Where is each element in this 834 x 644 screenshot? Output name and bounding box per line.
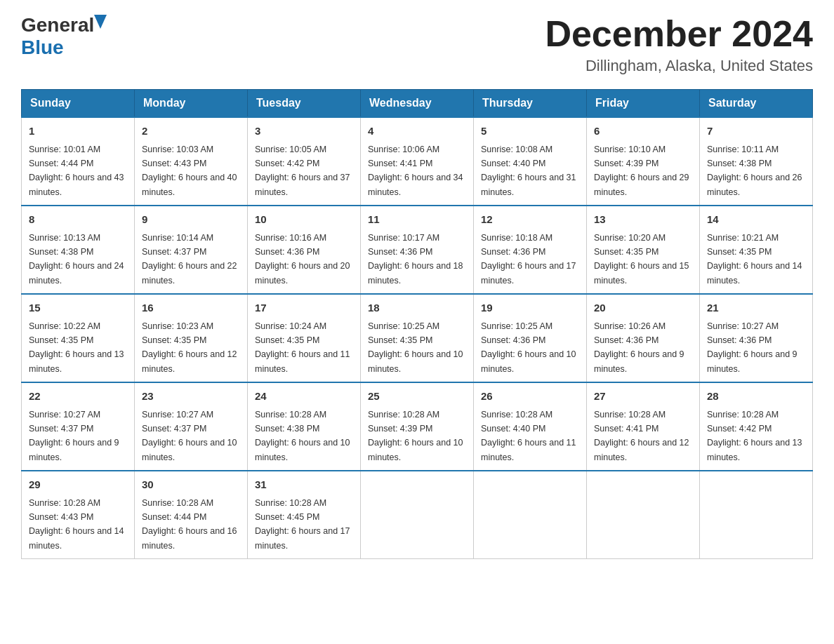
day-number: 12 [481,212,579,228]
day-number: 4 [368,123,466,140]
day-number: 30 [142,477,240,493]
calendar-cell: 19 Sunrise: 10:25 AMSunset: 4:36 PMDayli… [474,294,587,382]
calendar-cell: 12 Sunrise: 10:18 AMSunset: 4:36 PMDayli… [474,206,587,294]
column-header-monday: Monday [135,90,248,118]
logo: General Blue [21,14,107,59]
day-info: Sunrise: 10:01 AMSunset: 4:44 PMDaylight… [29,145,124,197]
day-info: Sunrise: 10:24 AMSunset: 4:35 PMDaylight… [255,321,350,374]
day-info: Sunrise: 10:16 AMSunset: 4:36 PMDaylight… [255,233,350,286]
column-header-tuesday: Tuesday [248,90,361,118]
day-number: 5 [481,123,579,140]
calendar-cell: 25 Sunrise: 10:28 AMSunset: 4:39 PMDayli… [361,382,474,471]
day-number: 17 [255,300,353,316]
title-section: December 2024 Dillingham, Alaska, United… [545,14,813,75]
day-number: 27 [594,389,692,405]
svg-marker-0 [94,15,107,29]
calendar-cell: 6 Sunrise: 10:10 AMSunset: 4:39 PMDaylig… [587,117,700,206]
day-number: 10 [255,212,353,228]
day-number: 20 [594,300,692,316]
day-info: Sunrise: 10:28 AMSunset: 4:45 PMDaylight… [255,498,350,551]
calendar-cell: 30 Sunrise: 10:28 AMSunset: 4:44 PMDayli… [135,471,248,559]
day-info: Sunrise: 10:28 AMSunset: 4:41 PMDaylight… [594,410,689,462]
day-number: 23 [142,389,240,405]
calendar-cell: 7 Sunrise: 10:11 AMSunset: 4:38 PMDaylig… [700,117,813,206]
day-number: 13 [594,212,692,228]
day-number: 19 [481,300,579,316]
month-year-title: December 2024 [545,14,813,54]
calendar-cell: 22 Sunrise: 10:27 AMSunset: 4:37 PMDayli… [22,382,135,471]
day-number: 18 [368,300,466,316]
calendar-cell: 15 Sunrise: 10:22 AMSunset: 4:35 PMDayli… [22,294,135,382]
day-info: Sunrise: 10:03 AMSunset: 4:43 PMDaylight… [142,145,237,197]
calendar-cell [361,471,474,559]
logo-blue-text: Blue [21,36,64,59]
day-info: Sunrise: 10:25 AMSunset: 4:36 PMDaylight… [481,321,576,374]
day-info: Sunrise: 10:27 AMSunset: 4:37 PMDaylight… [142,410,237,462]
day-info: Sunrise: 10:28 AMSunset: 4:44 PMDaylight… [142,498,237,551]
calendar-cell: 16 Sunrise: 10:23 AMSunset: 4:35 PMDayli… [135,294,248,382]
day-info: Sunrise: 10:28 AMSunset: 4:42 PMDaylight… [707,410,802,462]
day-info: Sunrise: 10:05 AMSunset: 4:42 PMDaylight… [255,145,350,197]
day-info: Sunrise: 10:28 AMSunset: 4:39 PMDaylight… [368,410,463,462]
day-info: Sunrise: 10:14 AMSunset: 4:37 PMDaylight… [142,233,237,286]
day-number: 2 [142,123,240,140]
day-info: Sunrise: 10:21 AMSunset: 4:35 PMDaylight… [707,233,802,286]
day-number: 25 [368,389,466,405]
column-header-thursday: Thursday [474,90,587,118]
day-number: 9 [142,212,240,228]
calendar-cell: 27 Sunrise: 10:28 AMSunset: 4:41 PMDayli… [587,382,700,471]
day-number: 8 [29,212,127,228]
calendar-cell: 4 Sunrise: 10:06 AMSunset: 4:41 PMDaylig… [361,117,474,206]
logo-arrow-icon [94,15,107,33]
day-info: Sunrise: 10:28 AMSunset: 4:40 PMDaylight… [481,410,576,462]
day-info: Sunrise: 10:17 AMSunset: 4:36 PMDaylight… [368,233,463,286]
calendar-cell: 31 Sunrise: 10:28 AMSunset: 4:45 PMDayli… [248,471,361,559]
day-info: Sunrise: 10:28 AMSunset: 4:38 PMDaylight… [255,410,350,462]
day-number: 1 [29,123,127,140]
location-subtitle: Dillingham, Alaska, United States [545,57,813,75]
logo-general-text: General [21,14,94,36]
column-header-sunday: Sunday [22,90,135,118]
page-header: General Blue December 2024 Dillingham, A… [21,14,813,75]
column-header-saturday: Saturday [700,90,813,118]
column-header-friday: Friday [587,90,700,118]
day-info: Sunrise: 10:20 AMSunset: 4:35 PMDaylight… [594,233,689,286]
calendar-cell: 24 Sunrise: 10:28 AMSunset: 4:38 PMDayli… [248,382,361,471]
day-info: Sunrise: 10:28 AMSunset: 4:43 PMDaylight… [29,498,124,551]
day-number: 6 [594,123,692,140]
calendar-cell: 13 Sunrise: 10:20 AMSunset: 4:35 PMDayli… [587,206,700,294]
calendar-cell: 3 Sunrise: 10:05 AMSunset: 4:42 PMDaylig… [248,117,361,206]
day-info: Sunrise: 10:22 AMSunset: 4:35 PMDaylight… [29,321,124,374]
day-number: 7 [707,123,805,140]
calendar-cell: 11 Sunrise: 10:17 AMSunset: 4:36 PMDayli… [361,206,474,294]
calendar-cell: 20 Sunrise: 10:26 AMSunset: 4:36 PMDayli… [587,294,700,382]
calendar-cell: 17 Sunrise: 10:24 AMSunset: 4:35 PMDayli… [248,294,361,382]
calendar-cell [474,471,587,559]
day-info: Sunrise: 10:26 AMSunset: 4:36 PMDaylight… [594,321,684,374]
day-number: 31 [255,477,353,493]
day-info: Sunrise: 10:08 AMSunset: 4:40 PMDaylight… [481,145,576,197]
calendar-cell: 26 Sunrise: 10:28 AMSunset: 4:40 PMDayli… [474,382,587,471]
calendar-week-row: 22 Sunrise: 10:27 AMSunset: 4:37 PMDayli… [22,382,813,471]
calendar-cell: 5 Sunrise: 10:08 AMSunset: 4:40 PMDaylig… [474,117,587,206]
calendar-header-row: SundayMondayTuesdayWednesdayThursdayFrid… [22,90,813,118]
calendar-cell [587,471,700,559]
day-number: 15 [29,300,127,316]
calendar-week-row: 15 Sunrise: 10:22 AMSunset: 4:35 PMDayli… [22,294,813,382]
day-info: Sunrise: 10:25 AMSunset: 4:35 PMDaylight… [368,321,463,374]
calendar-cell: 21 Sunrise: 10:27 AMSunset: 4:36 PMDayli… [700,294,813,382]
calendar-cell: 14 Sunrise: 10:21 AMSunset: 4:35 PMDayli… [700,206,813,294]
calendar-cell: 8 Sunrise: 10:13 AMSunset: 4:38 PMDaylig… [22,206,135,294]
day-info: Sunrise: 10:13 AMSunset: 4:38 PMDaylight… [29,233,124,286]
day-info: Sunrise: 10:06 AMSunset: 4:41 PMDaylight… [368,145,463,197]
day-number: 26 [481,389,579,405]
day-number: 28 [707,389,805,405]
day-number: 11 [368,212,466,228]
calendar-cell: 29 Sunrise: 10:28 AMSunset: 4:43 PMDayli… [22,471,135,559]
calendar-table: SundayMondayTuesdayWednesdayThursdayFrid… [21,89,813,559]
day-info: Sunrise: 10:10 AMSunset: 4:39 PMDaylight… [594,145,689,197]
day-info: Sunrise: 10:27 AMSunset: 4:37 PMDaylight… [29,410,119,462]
calendar-week-row: 29 Sunrise: 10:28 AMSunset: 4:43 PMDayli… [22,471,813,559]
calendar-cell: 23 Sunrise: 10:27 AMSunset: 4:37 PMDayli… [135,382,248,471]
column-header-wednesday: Wednesday [361,90,474,118]
